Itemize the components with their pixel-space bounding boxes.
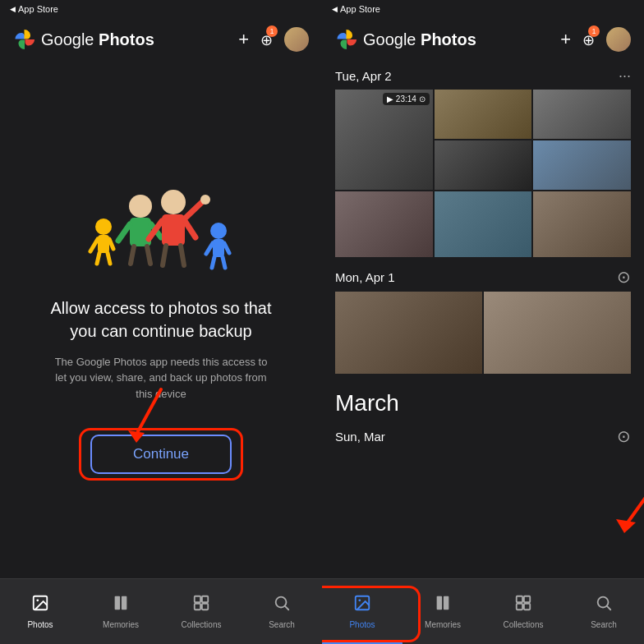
right-nav-memories-label: Memories <box>425 620 461 629</box>
left-logo: Google Photos <box>13 28 154 51</box>
svg-line-16 <box>131 246 134 264</box>
date-header-sun-mar: Sun, Mar ⊙ <box>335 426 631 446</box>
svg-point-25 <box>200 195 210 205</box>
left-status-bar: App Store <box>0 0 322 18</box>
photo-cell[interactable] <box>335 191 433 257</box>
svg-rect-44 <box>517 596 522 602</box>
photo-cell[interactable] <box>533 191 631 257</box>
svg-line-22 <box>163 246 166 265</box>
right-panel: App Store Google Photos + ⊕ 1 <box>322 0 644 644</box>
permission-illustration <box>79 165 243 297</box>
svg-line-2 <box>90 239 98 251</box>
svg-point-18 <box>161 190 186 214</box>
right-header-icons: + ⊕ 1 <box>560 27 631 52</box>
march-section-title: March <box>322 377 644 420</box>
left-nav-photos-label: Photos <box>27 620 53 629</box>
section-march: March Sun, Mar ⊙ <box>322 377 644 454</box>
more-options-tue-apr2[interactable]: ··· <box>619 67 631 85</box>
svg-line-37 <box>285 606 289 610</box>
svg-line-10 <box>212 257 214 268</box>
right-nav-collections[interactable]: Collections <box>483 594 564 629</box>
svg-line-17 <box>147 246 150 264</box>
section-mon-apr1: Mon, Apr 1 ⊙ <box>322 260 644 377</box>
photos-scroll-area[interactable]: Tue, Apr 2 ··· ▶ 23:14 ⊙ <box>322 61 644 578</box>
left-logo-text: Google Photos <box>41 30 154 49</box>
svg-point-41 <box>358 599 361 601</box>
right-photos-nav-icon <box>353 594 371 617</box>
right-logo-icon <box>335 28 358 51</box>
svg-line-14 <box>118 224 130 241</box>
right-nav-search[interactable]: Search <box>564 594 644 629</box>
right-nav-collections-label: Collections <box>504 620 544 629</box>
svg-rect-30 <box>115 596 120 610</box>
svg-rect-42 <box>437 596 442 610</box>
right-nav-search-label: Search <box>591 620 617 629</box>
left-app-store-label: App Store <box>10 4 58 14</box>
svg-line-26 <box>136 389 161 435</box>
right-header: Google Photos + ⊕ 1 <box>322 18 644 61</box>
right-memories-nav-icon <box>434 594 452 617</box>
search-nav-icon-left <box>273 594 291 617</box>
svg-line-5 <box>108 253 110 264</box>
photo-cell[interactable] <box>533 90 631 139</box>
date-label-mon-apr1: Mon, Apr 1 <box>335 270 395 284</box>
svg-rect-31 <box>122 596 126 610</box>
left-logo-icon <box>13 28 36 51</box>
svg-point-12 <box>129 195 152 218</box>
svg-rect-7 <box>213 239 224 257</box>
svg-rect-35 <box>202 604 208 610</box>
date-header-tue-apr2: Tue, Apr 2 ··· <box>335 67 631 85</box>
check-icon-apr1[interactable]: ⊙ <box>617 267 631 287</box>
svg-rect-34 <box>195 604 200 610</box>
photo-cell[interactable] <box>435 90 532 139</box>
svg-line-3 <box>109 239 113 249</box>
right-nav-photos-label: Photos <box>349 620 375 629</box>
right-logo: Google Photos <box>335 28 476 51</box>
date-label-sun-mar: Sun, Mar <box>335 430 385 444</box>
left-main-content: Allow access to photos so that you can c… <box>30 61 292 578</box>
video-duration-badge: ▶ 23:14 ⊙ <box>383 93 430 105</box>
left-share-badge: 1 <box>266 25 278 37</box>
date-label-tue-apr2: Tue, Apr 2 <box>335 69 392 83</box>
left-share-button[interactable]: ⊕ 1 <box>260 29 273 50</box>
left-nav-memories[interactable]: Memories <box>80 594 161 629</box>
right-app-store-label: App Store <box>332 4 380 14</box>
svg-line-9 <box>224 243 229 253</box>
left-add-button[interactable]: + <box>238 29 249 50</box>
left-nav-collections[interactable]: Collections <box>161 594 242 629</box>
svg-line-23 <box>181 246 184 265</box>
left-header-icons: + ⊕ 1 <box>238 27 309 52</box>
svg-rect-46 <box>517 604 522 610</box>
left-header: Google Photos + ⊕ 1 <box>0 18 322 61</box>
left-nav-search[interactable]: Search <box>242 594 322 629</box>
left-panel: App Store Google Photos + ⊕ 1 <box>0 0 322 644</box>
photo-cell[interactable] <box>435 191 532 257</box>
check-icon-mar[interactable]: ⊙ <box>617 426 631 446</box>
photo-cell[interactable]: ▶ 23:14 ⊙ <box>335 90 433 190</box>
photo-cell[interactable] <box>484 292 631 374</box>
svg-line-49 <box>607 606 611 610</box>
svg-line-24 <box>185 202 202 218</box>
right-bottom-nav: Photos Memories Collections Search <box>322 578 644 644</box>
svg-rect-45 <box>524 596 530 602</box>
date-header-mon-apr1: Mon, Apr 1 ⊙ <box>335 267 631 287</box>
right-share-button[interactable]: ⊕ 1 <box>582 29 595 50</box>
photo-grid-apr1 <box>335 292 631 374</box>
photo-cell[interactable] <box>533 140 631 190</box>
photo-grid-second <box>335 191 631 257</box>
svg-line-4 <box>97 253 99 264</box>
right-avatar[interactable] <box>606 27 631 52</box>
photo-cell[interactable] <box>435 140 532 190</box>
left-nav-photos[interactable]: Photos <box>0 594 80 629</box>
section-tue-apr2: Tue, Apr 2 ··· ▶ 23:14 ⊙ <box>322 61 644 260</box>
photo-cell[interactable] <box>335 292 482 374</box>
svg-line-11 <box>223 257 225 268</box>
memories-nav-icon <box>112 594 130 617</box>
search-nav-icon-right <box>595 594 613 617</box>
right-nav-memories[interactable]: Memories <box>402 594 483 629</box>
right-nav-photos[interactable]: Photos <box>322 594 402 629</box>
left-avatar[interactable] <box>284 27 309 52</box>
left-bottom-nav: Photos Memories Collections Search <box>0 578 322 644</box>
svg-rect-43 <box>444 596 448 610</box>
right-add-button[interactable]: + <box>560 29 571 50</box>
